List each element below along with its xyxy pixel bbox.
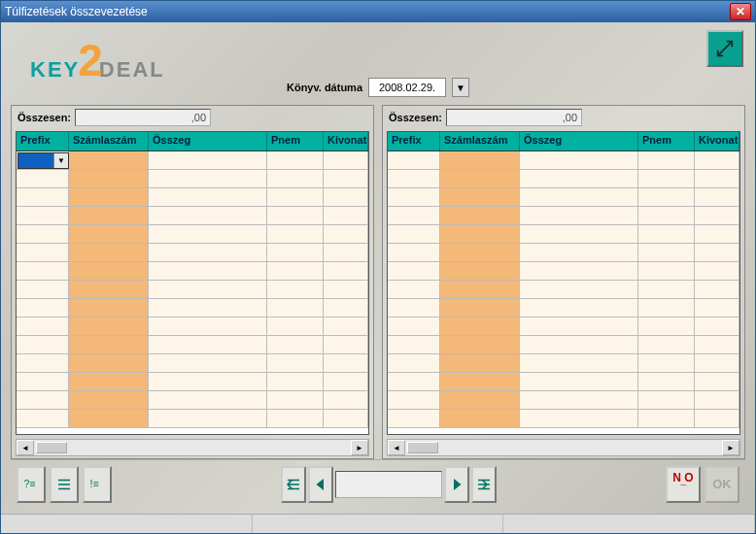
- table-row[interactable]: [17, 262, 368, 281]
- table-cell[interactable]: [17, 281, 69, 299]
- table-row[interactable]: [388, 299, 739, 317]
- table-cell[interactable]: [324, 188, 368, 207]
- table-cell[interactable]: [638, 207, 695, 225]
- scroll-right-button[interactable]: ►: [722, 440, 739, 455]
- table-cell[interactable]: [267, 225, 324, 244]
- table-row[interactable]: [388, 244, 739, 262]
- table-cell[interactable]: [324, 262, 368, 281]
- table-row[interactable]: [388, 151, 739, 170]
- table-row[interactable]: [17, 336, 368, 354]
- table-cell[interactable]: [440, 207, 520, 225]
- left-hscroll[interactable]: ◄ ►: [16, 439, 369, 456]
- col-header-szamlaszam[interactable]: Számlaszám: [69, 132, 149, 150]
- table-cell[interactable]: [149, 244, 267, 262]
- table-row[interactable]: [388, 281, 739, 299]
- table-cell[interactable]: [520, 317, 638, 336]
- prefix-combo-value[interactable]: [18, 153, 53, 168]
- table-row[interactable]: [388, 373, 739, 391]
- table-cell[interactable]: [440, 391, 520, 410]
- table-cell[interactable]: [17, 207, 69, 225]
- col-header-osszeg[interactable]: Összeg: [520, 132, 638, 150]
- table-cell[interactable]: [638, 225, 695, 244]
- col-header-prefix[interactable]: Prefix: [388, 132, 440, 150]
- move-left-button[interactable]: [308, 466, 333, 503]
- table-row[interactable]: [17, 391, 368, 410]
- table-cell[interactable]: [638, 354, 695, 373]
- col-header-kivonat[interactable]: Kivonat: [695, 132, 739, 150]
- table-cell[interactable]: [638, 336, 695, 354]
- table-cell[interactable]: [17, 262, 69, 281]
- table-row[interactable]: [17, 188, 368, 207]
- table-row[interactable]: [17, 281, 368, 299]
- table-cell[interactable]: [440, 410, 520, 428]
- table-cell[interactable]: [267, 244, 324, 262]
- help-button[interactable]: ?≡: [17, 466, 46, 503]
- col-header-pnem[interactable]: Pnem: [267, 132, 324, 150]
- table-cell[interactable]: [149, 281, 267, 299]
- table-cell[interactable]: [388, 188, 440, 207]
- table-cell[interactable]: [149, 170, 267, 188]
- table-cell[interactable]: [388, 262, 440, 281]
- list-button-1[interactable]: [50, 466, 79, 503]
- table-cell[interactable]: [695, 354, 739, 373]
- table-cell[interactable]: [69, 188, 149, 207]
- table-cell[interactable]: [388, 410, 440, 428]
- table-cell[interactable]: [520, 225, 638, 244]
- table-cell[interactable]: [440, 170, 520, 188]
- table-row[interactable]: [17, 207, 368, 225]
- table-cell[interactable]: [69, 299, 149, 317]
- table-cell[interactable]: [388, 244, 440, 262]
- table-cell[interactable]: [388, 170, 440, 188]
- table-cell[interactable]: [69, 317, 149, 336]
- table-row[interactable]: [388, 207, 739, 225]
- col-header-osszeg[interactable]: Összeg: [149, 132, 267, 150]
- table-cell[interactable]: [695, 225, 739, 244]
- table-cell[interactable]: [695, 299, 739, 317]
- table-cell[interactable]: [149, 391, 267, 410]
- table-cell[interactable]: [638, 262, 695, 281]
- table-cell[interactable]: [149, 299, 267, 317]
- table-cell[interactable]: [638, 151, 695, 170]
- table-cell[interactable]: [149, 410, 267, 428]
- scroll-thumb[interactable]: [407, 442, 438, 453]
- table-cell[interactable]: [324, 244, 368, 262]
- table-cell[interactable]: [267, 317, 324, 336]
- table-row[interactable]: [17, 410, 368, 428]
- table-row[interactable]: [388, 410, 739, 428]
- table-cell[interactable]: [324, 170, 368, 188]
- table-row[interactable]: [388, 188, 739, 207]
- table-cell[interactable]: [324, 410, 368, 428]
- table-cell[interactable]: [440, 281, 520, 299]
- table-cell[interactable]: [388, 336, 440, 354]
- list-button-2[interactable]: !≡: [83, 466, 112, 503]
- table-cell[interactable]: [149, 188, 267, 207]
- table-row[interactable]: [388, 225, 739, 244]
- table-cell[interactable]: [695, 151, 739, 170]
- table-cell[interactable]: [324, 281, 368, 299]
- expand-button[interactable]: [706, 30, 743, 67]
- right-grid-body[interactable]: [388, 151, 739, 434]
- col-header-szamlaszam[interactable]: Számlaszám: [440, 132, 520, 150]
- table-cell[interactable]: [149, 207, 267, 225]
- table-cell[interactable]: [638, 391, 695, 410]
- table-cell[interactable]: [440, 188, 520, 207]
- right-hscroll[interactable]: ◄ ►: [387, 439, 740, 456]
- col-header-kivonat[interactable]: Kivonat: [324, 132, 368, 150]
- table-cell[interactable]: [17, 410, 69, 428]
- table-cell[interactable]: [324, 336, 368, 354]
- table-cell[interactable]: [520, 299, 638, 317]
- col-header-pnem[interactable]: Pnem: [638, 132, 695, 150]
- table-cell[interactable]: [695, 391, 739, 410]
- table-cell[interactable]: [638, 170, 695, 188]
- table-cell[interactable]: [695, 207, 739, 225]
- table-row[interactable]: [388, 354, 739, 373]
- table-cell[interactable]: [267, 336, 324, 354]
- prefix-combo-dropdown[interactable]: ▼: [53, 153, 68, 168]
- table-cell[interactable]: [149, 373, 267, 391]
- table-cell[interactable]: [638, 281, 695, 299]
- table-cell[interactable]: [267, 410, 324, 428]
- table-cell[interactable]: [695, 188, 739, 207]
- table-row[interactable]: [17, 151, 368, 170]
- table-cell[interactable]: [17, 317, 69, 336]
- table-cell[interactable]: [69, 336, 149, 354]
